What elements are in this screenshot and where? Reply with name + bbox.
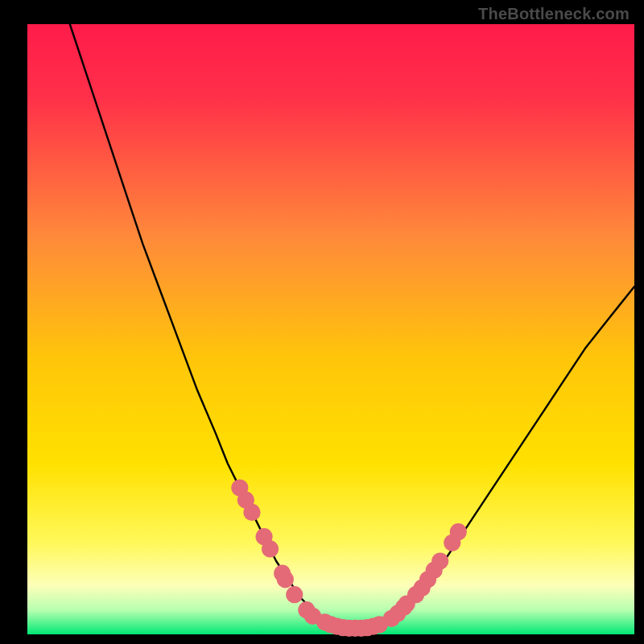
- data-marker: [262, 540, 279, 557]
- chart-container: TheBottleneck.com: [0, 0, 644, 644]
- data-marker: [431, 552, 448, 569]
- data-marker: [286, 586, 303, 603]
- data-marker: [277, 571, 294, 588]
- bottleneck-chart: [0, 0, 644, 644]
- data-marker: [450, 523, 467, 540]
- data-marker: [243, 504, 260, 521]
- svg-rect-1: [27, 24, 634, 634]
